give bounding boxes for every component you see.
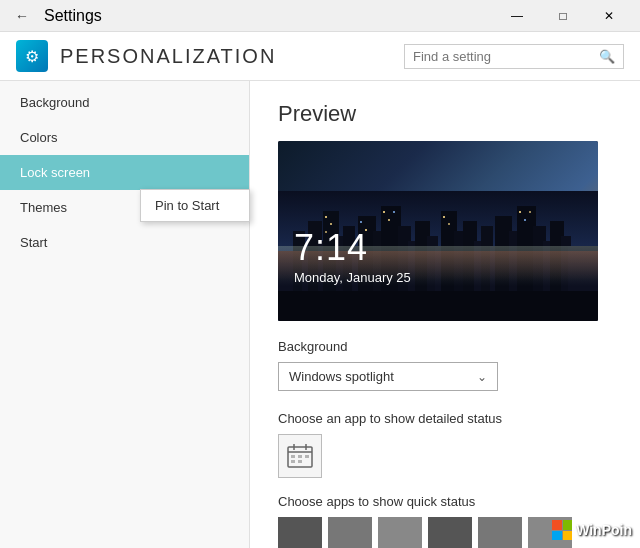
dropdown-chevron-icon: ⌄ [477,370,487,384]
app-container: ⚙ PERSONALIZATION 🔍 Background Colors Lo… [0,32,640,548]
sidebar: Background Colors Lock screen Themes Sta… [0,81,250,548]
calendar-icon [286,442,314,470]
svg-rect-43 [360,221,362,223]
quick-status-label: Choose apps to show quick status [278,494,612,509]
title-bar-left: ← Settings [8,2,102,30]
app-title: Settings [44,7,102,25]
svg-rect-55 [291,460,295,463]
quick-app-button-3[interactable] [378,517,422,548]
search-icon: 🔍 [599,49,615,64]
windows-flag-icon [552,520,572,540]
quick-app-button-5[interactable] [478,517,522,548]
svg-rect-46 [278,291,598,321]
search-box[interactable]: 🔍 [404,44,624,69]
close-button[interactable]: ✕ [586,0,632,32]
personalization-icon: ⚙ [16,40,48,72]
window-controls: — □ ✕ [494,0,632,32]
back-button[interactable]: ← [8,2,36,30]
svg-rect-37 [393,211,395,213]
svg-rect-36 [388,219,390,221]
quick-app-button-1[interactable] [278,517,322,548]
svg-rect-56 [298,460,302,463]
title-bar: ← Settings — □ ✕ [0,0,640,32]
sidebar-item-start[interactable]: Start [0,225,249,260]
background-dropdown[interactable]: Windows spotlight ⌄ [278,362,498,391]
sidebar-item-lock-screen[interactable]: Lock screen [0,155,249,190]
svg-rect-54 [305,455,309,458]
pin-to-start-menu-item[interactable]: Pin to Start [141,190,249,221]
winpoin-logo: WinPoin [552,520,632,540]
quick-app-button-4[interactable] [428,517,472,548]
background-value: Windows spotlight [289,369,394,384]
svg-rect-40 [519,211,521,213]
preview-date: Monday, January 25 [294,270,411,285]
preview-title: Preview [278,101,612,127]
preview-time: 7:14 [294,227,368,269]
page-title: PERSONALIZATION [60,45,276,68]
lock-screen-preview: 7:14 Monday, January 25 [278,141,598,321]
detailed-status-label: Choose an app to show detailed status [278,411,612,426]
svg-rect-35 [383,211,385,213]
minimize-button[interactable]: — [494,0,540,32]
svg-rect-42 [529,211,531,213]
context-menu: Pin to Start [140,189,250,222]
sidebar-item-colors[interactable]: Colors [0,120,249,155]
svg-rect-52 [291,455,295,458]
app-header: ⚙ PERSONALIZATION 🔍 [0,32,640,81]
sidebar-item-background[interactable]: Background [0,85,249,120]
background-label: Background [278,339,612,354]
svg-rect-41 [524,219,526,221]
gear-icon: ⚙ [25,47,39,66]
search-input[interactable] [413,49,599,64]
maximize-button[interactable]: □ [540,0,586,32]
content-area: Preview [250,81,640,548]
svg-rect-38 [443,216,445,218]
svg-rect-39 [448,223,450,225]
detailed-status-app-button[interactable] [278,434,322,478]
quick-app-button-2[interactable] [328,517,372,548]
winpoin-text: WinPoin [576,522,632,538]
svg-rect-32 [325,216,327,218]
main-layout: Background Colors Lock screen Themes Sta… [0,81,640,548]
svg-rect-33 [330,223,332,225]
detailed-status-section: Choose an app to show detailed status [278,411,612,478]
svg-rect-53 [298,455,302,458]
